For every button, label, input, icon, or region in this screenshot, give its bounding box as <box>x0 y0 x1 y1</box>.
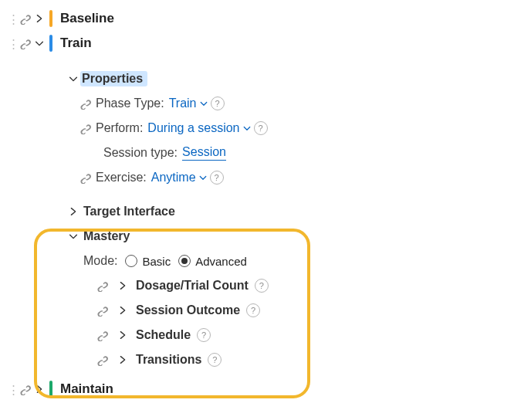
mastery-items: Dosage/Trial Count ? Session Outcome ? S… <box>0 273 531 372</box>
link-icon[interactable] <box>79 121 93 135</box>
prop-phase-type-label: Phase Type: <box>96 97 164 110</box>
help-icon[interactable]: ? <box>208 353 222 367</box>
section-target-interface-row[interactable]: Target Interface <box>0 199 531 224</box>
link-icon[interactable] <box>96 303 110 317</box>
section-mastery-label: Mastery <box>83 229 130 243</box>
help-icon[interactable]: ? <box>211 97 225 110</box>
section-properties-row[interactable]: Properties <box>0 66 531 91</box>
phase-baseline-row[interactable]: ⋮ Baseline <box>0 6 531 31</box>
prop-perform-label: Perform: <box>96 121 143 135</box>
phase-maintain-row[interactable]: ⋮ Maintain <box>0 377 531 401</box>
prop-phase-type-value[interactable]: Train <box>169 97 197 110</box>
chevron-right-icon[interactable] <box>32 382 46 396</box>
link-icon[interactable] <box>79 171 93 185</box>
help-icon[interactable]: ? <box>255 279 269 293</box>
phase-train-label: Train <box>60 36 92 51</box>
chevron-right-icon[interactable] <box>32 12 46 25</box>
chevron-down-icon[interactable] <box>197 97 211 110</box>
mode-basic-label: Basic <box>142 255 171 268</box>
link-icon[interactable] <box>96 353 110 367</box>
phase-train-row[interactable]: ⋮ Train <box>0 31 531 56</box>
help-icon[interactable]: ? <box>254 121 268 135</box>
prop-exercise-label: Exercise: <box>96 171 147 185</box>
chevron-right-icon[interactable] <box>116 328 130 342</box>
link-icon[interactable] <box>19 382 32 396</box>
prop-session-type-value[interactable]: Session <box>182 145 226 161</box>
mastery-item-label: Transitions <box>136 353 201 367</box>
mastery-item-dosage[interactable]: Dosage/Trial Count ? <box>79 273 531 298</box>
phase-color-stripe <box>49 10 52 27</box>
prop-session-type-row: Session type: Session <box>0 141 531 165</box>
mastery-item-session-outcome[interactable]: Session Outcome ? <box>79 298 531 323</box>
phase-color-stripe <box>49 35 52 52</box>
phase-baseline-label: Baseline <box>60 11 114 26</box>
chevron-down-icon[interactable] <box>66 72 80 86</box>
chevron-right-icon[interactable] <box>116 353 130 367</box>
mode-basic-radio[interactable]: Basic <box>125 255 171 268</box>
mastery-item-label: Schedule <box>136 328 191 342</box>
link-icon[interactable] <box>19 12 32 25</box>
section-properties-label: Properties <box>80 71 147 86</box>
chevron-down-icon[interactable] <box>240 121 254 135</box>
mastery-item-label: Session Outcome <box>136 303 240 317</box>
help-icon[interactable]: ? <box>197 328 211 342</box>
link-icon[interactable] <box>96 279 110 293</box>
help-icon[interactable]: ? <box>246 303 260 317</box>
help-icon[interactable]: ? <box>210 171 224 185</box>
link-icon[interactable] <box>96 328 110 342</box>
prop-phase-type-row: Phase Type: Train ? <box>0 91 531 116</box>
radio-icon <box>178 255 191 267</box>
section-mastery-row[interactable]: Mastery <box>0 224 531 249</box>
phase-color-stripe <box>49 381 52 398</box>
drag-handle-icon[interactable]: ⋮ <box>8 384 19 395</box>
mastery-item-label: Dosage/Trial Count <box>136 279 249 293</box>
chevron-down-icon[interactable] <box>196 171 210 185</box>
chevron-right-icon[interactable] <box>116 279 130 293</box>
radio-icon <box>125 255 137 267</box>
chevron-right-icon[interactable] <box>116 303 130 317</box>
prop-session-type-label: Session type: <box>103 146 178 160</box>
drag-handle-icon[interactable]: ⋮ <box>8 38 19 49</box>
section-target-interface-label: Target Interface <box>83 205 175 218</box>
mode-advanced-label: Advanced <box>195 255 247 268</box>
drag-handle-icon[interactable]: ⋮ <box>8 13 19 25</box>
mastery-item-schedule[interactable]: Schedule ? <box>79 323 531 347</box>
chevron-down-icon[interactable] <box>66 229 80 243</box>
prop-exercise-value[interactable]: Anytime <box>151 171 196 185</box>
chevron-right-icon[interactable] <box>66 205 80 218</box>
tree-root: ⋮ Baseline ⋮ Train Properties Phase <box>0 0 531 401</box>
link-icon[interactable] <box>79 97 93 110</box>
mastery-item-transitions[interactable]: Transitions ? <box>79 347 531 372</box>
mode-label: Mode: <box>83 254 117 268</box>
link-icon[interactable] <box>19 36 32 50</box>
phase-maintain-label: Maintain <box>60 381 113 397</box>
mode-advanced-radio[interactable]: Advanced <box>178 255 247 268</box>
prop-exercise-row: Exercise: Anytime ? <box>0 165 531 190</box>
chevron-down-icon[interactable] <box>32 36 46 50</box>
prop-perform-row: Perform: During a session ? <box>0 116 531 141</box>
mastery-mode-row: Mode: Basic Advanced <box>0 249 531 273</box>
prop-perform-value[interactable]: During a session <box>147 121 239 135</box>
